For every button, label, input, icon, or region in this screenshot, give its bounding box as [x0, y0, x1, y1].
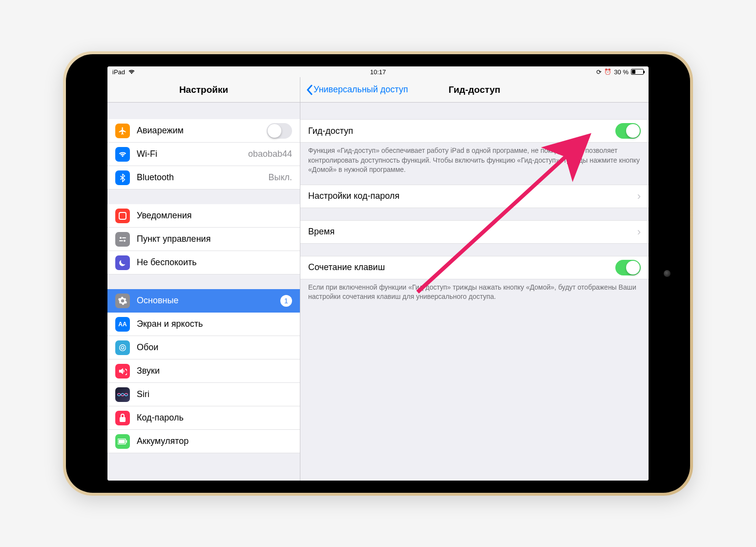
sounds-icon	[115, 364, 130, 379]
battery-pct: 30 %	[614, 68, 629, 76]
svg-rect-6	[120, 417, 126, 422]
svg-point-0	[120, 237, 122, 239]
row-passcode-settings[interactable]: Настройки код-пароля ›	[300, 185, 649, 208]
row-label: Настройки код-пароля	[308, 191, 637, 201]
orientation-lock-icon: ⟳	[596, 68, 602, 76]
ipad-frame: iPad 10:17 ⟳ ⏰ 30 % Настройки	[63, 51, 693, 496]
sidebar-item-dnd[interactable]: Не беспокоить	[107, 251, 300, 274]
sidebar-item-bluetooth[interactable]: Bluetooth Выкл.	[107, 166, 300, 189]
wallpaper-icon	[115, 340, 130, 355]
cell-label: Обои	[137, 342, 292, 353]
moon-icon	[115, 255, 130, 270]
sidebar-item-display[interactable]: AA Экран и яркость	[107, 313, 300, 336]
chevron-right-icon: ›	[637, 226, 641, 238]
row-time-limits[interactable]: Время ›	[300, 220, 649, 244]
detail-title: Гид-доступ	[448, 84, 500, 95]
sidebar-item-notifications[interactable]: Уведомления	[107, 204, 300, 228]
cell-label: Авиарежим	[137, 126, 267, 136]
cell-label: Основные	[137, 295, 280, 306]
wifi-settings-icon	[115, 147, 130, 162]
svg-rect-1	[122, 237, 126, 238]
control-center-icon	[115, 232, 130, 247]
display-icon: AA	[115, 317, 130, 332]
cell-label: Уведомления	[137, 210, 292, 221]
chevron-left-icon	[306, 84, 313, 95]
device-bezel: iPad 10:17 ⟳ ⏰ 30 % Настройки	[66, 54, 690, 493]
lock-icon	[115, 411, 130, 425]
row-label: Время	[308, 227, 637, 237]
detail-pane: Универсальный доступ Гид-доступ Гид-дост…	[300, 77, 649, 481]
row-shortcut[interactable]: Сочетание клавиш	[300, 256, 649, 279]
cell-label: Экран и яркость	[137, 319, 292, 329]
sidebar-item-general[interactable]: Основные 1	[107, 289, 300, 313]
sidebar-item-control-center[interactable]: Пункт управления	[107, 228, 300, 251]
battery-icon	[631, 69, 644, 75]
sidebar-item-battery[interactable]: Аккумулятор	[107, 430, 300, 453]
status-bar: iPad 10:17 ⟳ ⏰ 30 %	[107, 66, 649, 77]
row-guided-access[interactable]: Гид-доступ	[300, 119, 649, 143]
svg-rect-8	[119, 440, 125, 443]
row-label: Сочетание клавиш	[308, 262, 615, 273]
sidebar-item-passcode[interactable]: Код-пароль	[107, 406, 300, 430]
camera-icon	[664, 270, 671, 277]
cell-label: Аккумулятор	[137, 436, 292, 446]
guided-access-toggle[interactable]	[615, 123, 641, 139]
svg-rect-3	[119, 240, 123, 241]
detail-header: Универсальный доступ Гид-доступ	[300, 77, 649, 103]
sidebar-header: Настройки	[107, 77, 300, 103]
cell-label: Звуки	[137, 366, 292, 376]
airplane-icon	[115, 124, 130, 138]
cell-label: Bluetooth	[137, 172, 268, 183]
sidebar-item-wallpaper[interactable]: Обои	[107, 336, 300, 359]
back-label: Универсальный доступ	[314, 84, 408, 95]
airplane-toggle[interactable]	[267, 123, 292, 139]
shortcut-description: Если при включенной функции «Гид-доступ»…	[300, 279, 649, 312]
svg-rect-9	[126, 440, 127, 442]
battery-settings-icon	[115, 434, 130, 449]
svg-point-2	[124, 240, 126, 242]
sidebar-item-sounds[interactable]: Звуки	[107, 359, 300, 383]
badge: 1	[280, 295, 292, 307]
bluetooth-icon	[115, 170, 130, 185]
chevron-right-icon: ›	[637, 190, 641, 203]
gear-icon	[115, 294, 130, 308]
back-button[interactable]: Универсальный доступ	[306, 84, 408, 95]
sidebar-item-airplane[interactable]: Авиарежим	[107, 119, 300, 143]
cell-label: Siri	[137, 389, 292, 400]
shortcut-toggle[interactable]	[615, 260, 641, 275]
cell-label: Пункт управления	[137, 234, 292, 244]
sidebar-item-siri[interactable]: Siri	[107, 383, 300, 406]
sidebar-title: Настройки	[179, 84, 228, 95]
device-label: iPad	[112, 68, 125, 76]
sidebar: Настройки Авиарежим	[107, 77, 300, 481]
alarm-icon: ⏰	[604, 68, 611, 75]
svg-point-5	[121, 346, 124, 349]
siri-icon	[115, 387, 130, 402]
wifi-icon	[128, 69, 135, 75]
clock: 10:17	[370, 68, 386, 76]
screen: iPad 10:17 ⟳ ⏰ 30 % Настройки	[107, 66, 649, 481]
notifications-icon	[115, 209, 130, 223]
cell-label: Не беспокоить	[137, 257, 292, 268]
cell-label: Wi-Fi	[137, 149, 248, 159]
wifi-value: obaobab44	[248, 149, 292, 159]
sidebar-item-wifi[interactable]: Wi-Fi obaobab44	[107, 143, 300, 166]
row-label: Гид-доступ	[308, 126, 615, 136]
guided-access-description: Функция «Гид-доступ» обеспечивает работу…	[300, 142, 649, 185]
cell-label: Код-пароль	[137, 413, 292, 423]
svg-point-4	[120, 344, 126, 351]
bluetooth-value: Выкл.	[268, 172, 292, 183]
